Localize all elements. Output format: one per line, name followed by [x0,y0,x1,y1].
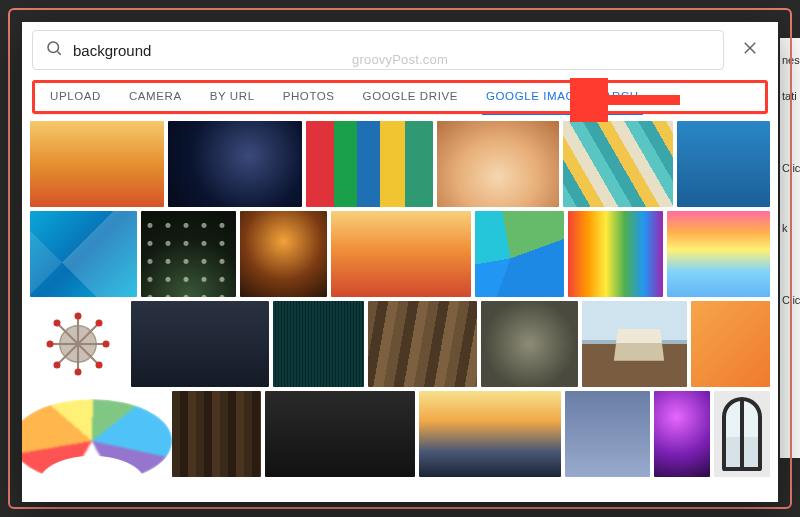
result-thumb[interactable] [172,391,262,477]
svg-point-16 [47,341,54,348]
result-thumb[interactable] [677,121,770,207]
result-thumb[interactable] [654,391,710,477]
results-row [30,211,770,297]
result-thumb[interactable] [168,121,302,207]
svg-line-1 [57,51,60,54]
results-row [30,301,770,387]
result-thumb[interactable] [481,301,578,387]
source-tabs-container: UPLOAD CAMERA BY URL PHOTOS GOOGLE DRIVE… [32,80,768,115]
svg-point-17 [103,341,110,348]
result-thumb[interactable] [265,391,415,477]
tab-upload[interactable]: UPLOAD [36,80,115,114]
insert-image-dialog: groovyPost.com UPLOAD CAMERA BY [22,22,778,502]
result-thumb[interactable] [691,301,770,387]
result-thumb[interactable] [419,391,561,477]
search-icon [45,39,63,61]
result-thumb[interactable] [565,391,651,477]
close-icon [741,39,759,61]
result-thumb[interactable] [563,121,673,207]
result-thumb[interactable] [240,211,327,297]
results-row [30,121,770,207]
search-box[interactable] [32,30,724,70]
result-thumb[interactable] [273,301,364,387]
tab-by-url[interactable]: BY URL [196,80,269,114]
svg-point-19 [96,362,103,369]
result-thumb[interactable] [306,121,432,207]
svg-point-18 [54,320,61,327]
svg-point-14 [75,313,82,320]
result-thumb[interactable] [667,211,770,297]
source-tabs: UPLOAD CAMERA BY URL PHOTOS GOOGLE DRIVE… [32,80,768,115]
result-thumb[interactable] [475,211,564,297]
result-thumb[interactable] [331,211,471,297]
result-thumb[interactable] [131,301,269,387]
tab-google-drive[interactable]: GOOGLE DRIVE [349,80,472,114]
result-thumb[interactable] [30,211,137,297]
result-thumb[interactable] [568,211,663,297]
close-button[interactable] [732,32,768,68]
result-thumb[interactable] [30,391,168,477]
results-row [30,391,770,477]
background-page-fragment: nes tati Clic k Clic [780,38,800,458]
result-thumb[interactable] [437,121,559,207]
result-thumb[interactable] [368,301,477,387]
result-thumb[interactable] [30,121,164,207]
tab-google-image-search[interactable]: GOOGLE IMAGE SEARCH [472,80,653,114]
svg-point-21 [54,362,61,369]
image-results-gallery [22,115,778,502]
tab-camera[interactable]: CAMERA [115,80,196,114]
svg-point-20 [96,320,103,327]
dialog-topbar [22,22,778,70]
svg-point-0 [48,42,59,53]
result-thumb[interactable] [30,301,127,387]
search-input[interactable] [73,42,711,59]
svg-point-15 [75,369,82,376]
tab-photos[interactable]: PHOTOS [269,80,349,114]
result-thumb[interactable] [582,301,687,387]
result-thumb[interactable] [714,391,770,477]
virus-icon [43,309,113,379]
result-thumb[interactable] [141,211,236,297]
